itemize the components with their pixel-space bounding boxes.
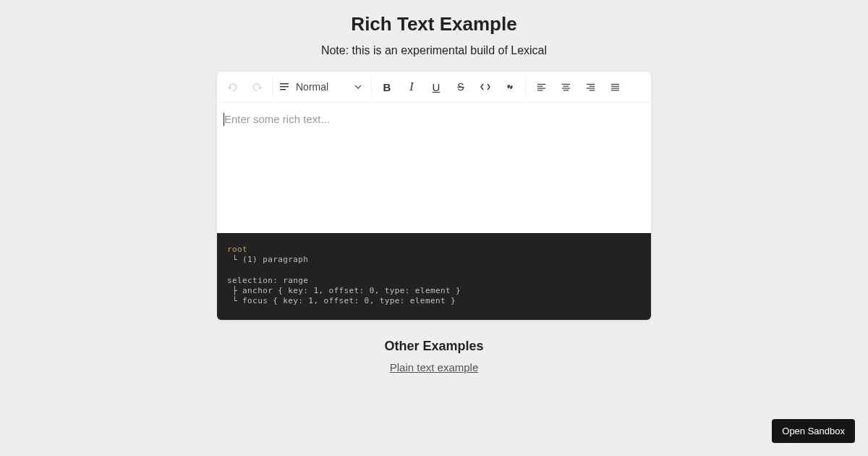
code-icon xyxy=(480,81,491,93)
align-left-icon xyxy=(536,82,547,93)
svg-rect-10 xyxy=(563,90,569,90)
text-caret xyxy=(224,113,224,126)
strikethrough-icon: S xyxy=(457,81,464,93)
svg-rect-18 xyxy=(610,90,618,90)
toolbar-divider xyxy=(525,77,526,97)
redo-button[interactable] xyxy=(244,75,269,99)
svg-rect-7 xyxy=(561,83,569,84)
bold-button[interactable]: B xyxy=(375,75,399,99)
align-left-button[interactable] xyxy=(529,75,553,99)
note-text: Note: this is an experimental build of L… xyxy=(0,44,868,57)
block-type-select[interactable]: Normal xyxy=(276,75,368,99)
svg-rect-1 xyxy=(280,86,289,87)
italic-button[interactable]: I xyxy=(399,75,424,99)
italic-icon: I xyxy=(409,80,413,93)
align-right-icon xyxy=(585,82,596,93)
paragraph-icon xyxy=(278,81,290,93)
svg-rect-11 xyxy=(586,83,594,84)
svg-rect-15 xyxy=(610,83,618,84)
editor-placeholder: Enter some rich text... xyxy=(224,113,330,125)
svg-rect-4 xyxy=(537,85,542,86)
svg-rect-0 xyxy=(280,83,289,84)
svg-rect-3 xyxy=(537,83,545,84)
svg-rect-6 xyxy=(537,90,542,90)
undo-button[interactable] xyxy=(220,75,244,99)
strikethrough-button[interactable]: S xyxy=(448,75,473,99)
svg-rect-5 xyxy=(537,88,545,88)
bold-icon: B xyxy=(383,81,391,93)
align-justify-button[interactable] xyxy=(603,75,627,99)
align-center-icon xyxy=(561,82,571,93)
underline-icon: U xyxy=(433,81,441,93)
debug-text: └ (1) paragraph selection: range ├ ancho… xyxy=(227,255,461,305)
toolbar: Normal B I U S xyxy=(217,72,651,103)
code-button[interactable] xyxy=(473,75,498,99)
svg-rect-13 xyxy=(586,88,594,88)
debug-panel: root └ (1) paragraph selection: range ├ … xyxy=(217,233,651,320)
block-type-label: Normal xyxy=(294,81,336,93)
other-examples-heading: Other Examples xyxy=(0,339,868,354)
redo-icon xyxy=(252,82,263,93)
svg-rect-14 xyxy=(589,90,595,90)
align-center-button[interactable] xyxy=(553,75,578,99)
svg-rect-9 xyxy=(561,88,569,88)
svg-rect-12 xyxy=(589,85,595,86)
toolbar-divider xyxy=(272,77,273,97)
align-justify-icon xyxy=(610,82,621,93)
align-right-button[interactable] xyxy=(578,75,603,99)
svg-rect-16 xyxy=(610,85,618,86)
toolbar-divider xyxy=(371,77,372,97)
svg-rect-8 xyxy=(563,85,569,86)
svg-rect-2 xyxy=(280,89,286,90)
svg-rect-17 xyxy=(610,88,618,88)
editor-container: Normal B I U S xyxy=(217,72,651,320)
open-sandbox-button[interactable]: Open Sandbox xyxy=(772,419,855,443)
chevron-down-icon xyxy=(354,83,362,91)
plain-text-link[interactable]: Plain text example xyxy=(390,361,479,373)
link-icon xyxy=(504,81,516,93)
underline-button[interactable]: U xyxy=(424,75,448,99)
page-title: Rich Text Example xyxy=(0,13,868,35)
editor-content[interactable]: Enter some rich text... xyxy=(217,103,651,233)
link-button[interactable] xyxy=(498,75,522,99)
undo-icon xyxy=(227,82,238,93)
